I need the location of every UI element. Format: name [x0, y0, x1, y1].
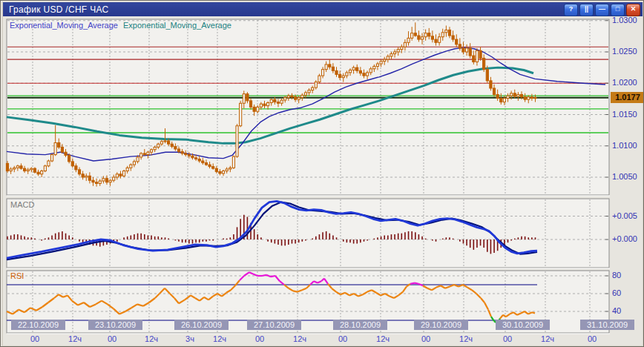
time-tick-label: 3ч [185, 334, 194, 343]
candle-body [524, 97, 526, 99]
candle-body [507, 96, 509, 98]
candle-body [232, 156, 234, 168]
rsi-panel-label: RSI [10, 271, 24, 280]
candle-body [195, 158, 197, 159]
candle-body [191, 156, 194, 158]
candle-body [27, 170, 29, 171]
candle-body [88, 176, 91, 180]
candle-body [116, 174, 118, 177]
candle-body [122, 171, 125, 176]
rsi-line-segment [415, 283, 418, 284]
candle-body [329, 65, 331, 67]
candle-body [431, 36, 433, 39]
candle-body [397, 50, 399, 52]
candle-body [418, 36, 420, 39]
time-tick-label: 12ч [293, 334, 306, 343]
candle-body [71, 162, 73, 166]
candle-body [349, 70, 351, 73]
candle-body [157, 144, 160, 147]
price-axis-label: 1.0300 [612, 16, 637, 24]
candle-body [61, 147, 63, 152]
candle-body [168, 141, 170, 144]
candle-body [404, 42, 406, 47]
candle-body [208, 165, 211, 167]
candle-body [280, 100, 283, 103]
rsi-line-segment [532, 312, 535, 313]
candle-body [109, 180, 111, 182]
candle-body [226, 169, 228, 171]
candle-body [143, 153, 145, 155]
rsi-line-segment [410, 283, 415, 284]
candle-body [513, 93, 516, 96]
candle-body [137, 157, 139, 162]
candle-body [260, 104, 262, 107]
candle-body [140, 153, 142, 157]
date-chip: 29.10.2009 [414, 320, 468, 330]
candle-body [496, 94, 499, 98]
candle-body [287, 96, 289, 98]
candle-body [10, 169, 12, 171]
candle-body [65, 152, 67, 155]
candle-body [500, 99, 502, 102]
candle-body [92, 180, 94, 182]
date-chip: 27.10.2009 [247, 320, 301, 330]
time-tick-label: 00 [108, 334, 116, 343]
candle-body [356, 67, 358, 70]
candle-body [99, 181, 101, 183]
candle-body [534, 98, 536, 99]
candle-body [315, 82, 317, 88]
candle-body [479, 50, 482, 58]
candle-body [510, 93, 513, 96]
candle-body [96, 182, 98, 184]
candle-body [318, 76, 321, 82]
candle-body [205, 163, 207, 165]
candle-body [154, 147, 156, 149]
candle-body [465, 48, 467, 52]
candle-body [369, 69, 372, 73]
candle-body [188, 155, 190, 156]
candle-body [150, 150, 152, 152]
candle-body [520, 94, 522, 96]
candle-body [229, 168, 231, 169]
candle-body [219, 171, 221, 174]
candle-body [185, 153, 187, 155]
macd-axis-label: +0.000 [612, 234, 637, 243]
time-tick-label: 00 [30, 334, 39, 343]
candle-body [435, 39, 437, 42]
candle-body [367, 73, 369, 76]
candle-body [473, 56, 475, 62]
candle-body [424, 33, 427, 37]
candle-body [530, 97, 533, 99]
time-tick-label: 00 [503, 334, 512, 343]
rsi-axis-label: 80 [612, 271, 621, 280]
candle-body [528, 97, 530, 99]
candle-body [253, 107, 255, 111]
chart-client-area: Exponential_Moving_AverageExponential_Mo… [3, 16, 643, 346]
candle-body [301, 95, 303, 97]
candle-body [270, 99, 272, 102]
chart-canvas[interactable] [1, 1, 644, 347]
candle-body [174, 147, 177, 149]
candle-body [202, 161, 204, 163]
candle-body [373, 66, 375, 68]
price-axis-label: 1.0250 [612, 47, 637, 56]
candle-body [177, 149, 180, 151]
candle-body [160, 142, 162, 144]
candle-body [407, 38, 410, 42]
candle-body [414, 33, 416, 36]
rsi-line-segment [293, 291, 298, 291]
candle-body [20, 166, 22, 168]
candle-body [133, 162, 135, 165]
date-chip: 23.10.2009 [88, 320, 142, 330]
candle-body [240, 103, 242, 125]
candle-body [13, 168, 16, 169]
indicator-legend: Exponential_Moving_AverageExponential_Mo… [10, 21, 231, 30]
candle-body [119, 174, 122, 176]
candle-body [181, 151, 183, 153]
candle-body [171, 144, 173, 146]
candle-body [483, 58, 485, 69]
price-axis-label: 1.0100 [612, 141, 637, 150]
ema-slow-legend-label: Exponential_Moving_Average [123, 21, 231, 30]
date-chip: 31.10.2009 [580, 320, 634, 330]
candle-body [257, 107, 259, 111]
